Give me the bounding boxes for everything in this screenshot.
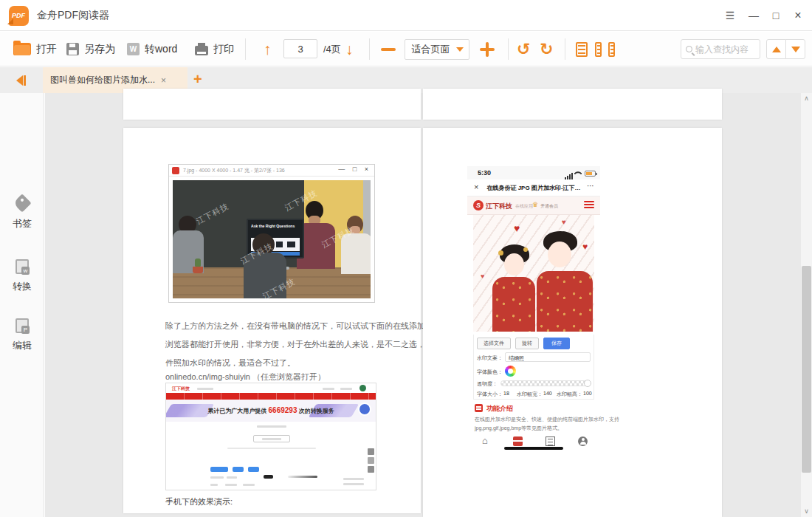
open-label: 打开 [36,43,57,56]
double-page-view-button[interactable] [595,32,616,66]
battery-icon [585,171,596,177]
site-menu-icon [584,201,594,210]
prev-page-button[interactable]: ↑ [264,32,272,66]
banner-stat-prefix: 累计已为广大用户提供 [207,408,268,414]
rotate-button: 旋转 [515,338,539,349]
form-label [243,484,255,486]
previous-page-right [423,89,722,120]
groom-suit [537,271,593,332]
vertical-scrollbar: ∧ ∨ [801,93,812,517]
phone-screenshot: 5:30 × 在线身份证 JPG 图片加水印-江下… ⋯ S 江下科技 在线应用… [467,166,600,451]
site-brand-sub: 在线应用 [515,203,533,210]
minus-icon [381,48,396,51]
form-value [227,476,237,479]
heart-icon: ♥ [582,242,588,252]
fit-mode-value: 适合页面 [405,43,456,56]
body-text-line: 件照加水印的情况，最适合不过了。 [165,357,295,369]
document-view: 7.jpg - 4000 X 4000 - 1.47 兆 - 第2/7张 - 1… [45,93,801,517]
print-label: 打印 [213,43,234,56]
wedding-couple-illustration: ♥ ♥ ♥ ♥ [473,215,594,332]
opacity-slider [500,380,591,386]
convert-doc-icon: w [16,259,29,274]
menu-icon[interactable]: ☰ [720,7,740,24]
scroll-up-arrow[interactable]: ∧ [801,93,812,104]
single-page-view-button[interactable] [576,32,588,66]
chevron-down-icon [456,47,464,52]
logo-fold [7,18,13,24]
content-hint-text [257,425,286,428]
bride-hairpin [498,250,503,256]
sidebar-item-convert[interactable]: w 转换 [0,259,44,293]
heart-icon: ♥ [562,218,566,226]
nav-apps-band [513,440,523,442]
tab-title: 图叫兽如何给图片添加水... [50,74,155,86]
print-button[interactable]: 打印 [195,32,234,66]
heart-icon: ♥ [481,273,484,280]
caption-text: 手机下的效果演示: [165,496,233,507]
tab-close-icon[interactable]: × [161,75,166,86]
signal-icon [571,173,573,179]
collapse-bar [24,75,26,86]
sidebar-item-bookmarks[interactable]: 书签 [0,196,44,230]
sidebar-edit-label: 编辑 [0,339,44,352]
scrollbar-thumb[interactable] [802,266,811,473]
font-size-label: 字体大小： [477,391,503,398]
convert-badge: w [21,267,30,275]
close-button[interactable]: × [788,7,808,24]
float-tool [368,448,374,455]
add-tab-button[interactable]: + [193,71,202,88]
page-up-icon: ↑ [264,42,272,57]
maximize-button[interactable]: □ [766,7,785,24]
crown-icon: ♛ [532,201,538,208]
edit-doc-icon: P [16,318,29,333]
to-word-button[interactable]: W 转word [127,32,177,66]
rotate-right-button[interactable]: ↻ [540,32,553,66]
word-icon: W [127,43,140,55]
phone-site-header: S 江下科技 在线应用 ♛ 开通会员 [467,196,600,215]
rotate-ccw-icon: ↺ [517,40,530,59]
page-number-input[interactable] [283,39,317,58]
save-as-button[interactable]: 另存为 [66,32,115,66]
form-label [210,476,224,479]
zoom-in-button[interactable] [480,32,495,66]
double-page-icon-right [608,42,615,57]
groom-face [548,242,571,267]
open-button[interactable]: 打开 [13,32,57,66]
profile-head [582,438,585,441]
edit-badge: P [21,326,30,334]
site-brand: 江下科技 [486,202,512,211]
profile-body [580,442,586,445]
nav-news-icon [546,436,555,446]
find-next-button[interactable] [785,39,805,59]
search-input[interactable] [695,44,754,55]
mini-slider [288,476,317,478]
sidebar-item-edit[interactable]: P 编辑 [0,318,44,352]
fit-mode-select[interactable]: 适合页面 [405,39,469,60]
sidebar: 书签 w 转换 P 编辑 [0,93,44,517]
double-page-icon-left [595,42,602,57]
site-banner: 累计已为广大用户提供 6669293 次的转换服务 [166,400,376,422]
watermark-form: 选择文件 旋转 保存 水印文案： 结婚照 字体颜色： 透明度： 字体大小： 18… [473,335,594,400]
link-text: onlinedo.cn/img-shuiyin （任意浏览器打开） [165,372,326,383]
previous-page-left [123,89,421,120]
rotate-left-button[interactable]: ↺ [517,32,530,66]
collapse-left-icon [16,75,23,86]
opacity-label: 透明度： [477,380,498,388]
separator [508,38,509,60]
find-previous-button[interactable] [766,39,786,59]
watermark-text-input: 结婚照 [505,352,591,362]
folder-icon [13,43,31,55]
content-hint-line [227,448,316,449]
minimize-button[interactable]: — [744,7,763,24]
scroll-down-arrow[interactable]: ∨ [801,506,812,517]
next-page-button[interactable]: ↓ [345,32,354,66]
collapse-sidebar-button[interactable] [16,73,31,88]
search-box [681,39,760,59]
form-label [225,484,237,486]
zoom-out-button[interactable] [381,32,396,66]
slide-title: Ask the Right Questions [251,225,295,228]
triangle-up-icon [772,47,781,52]
font-color-label: 字体颜色： [477,369,503,376]
nav-profile-icon [578,436,588,446]
form-label [210,484,218,486]
